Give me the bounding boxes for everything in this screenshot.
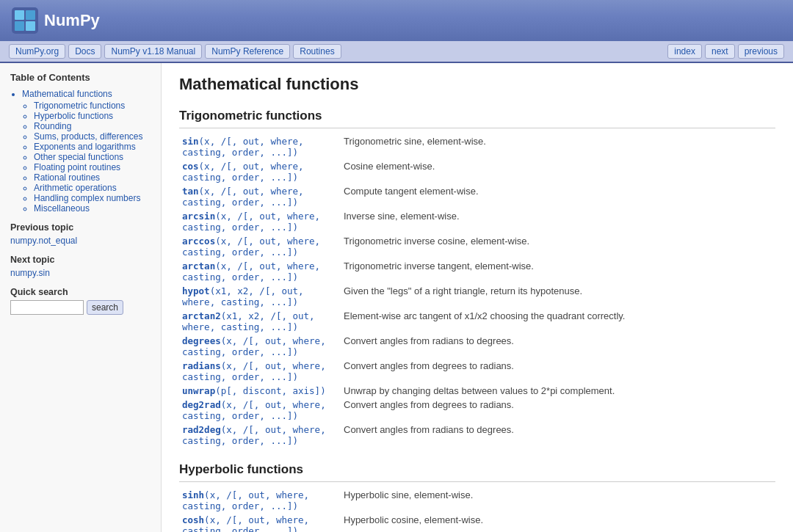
logo-text: NumPy	[44, 11, 100, 30]
func-cell: rad2deg(x, /[, out, where, casting, orde…	[179, 423, 341, 448]
func-link[interactable]: degrees(x, /[, out, where, casting, orde…	[182, 335, 326, 357]
func-link[interactable]: arctan(x, /[, out, where, casting, order…	[182, 260, 320, 283]
table-row: degrees(x, /[, out, where, casting, orde…	[179, 334, 775, 359]
table-row: sin(x, /[, out, where, casting, order, .…	[179, 134, 775, 159]
svg-rect-1	[15, 10, 24, 20]
func-desc: Convert angles from radians to degrees.	[341, 334, 775, 359]
func-link[interactable]: arctan2(x1, x2, /[, out, where, casting,…	[182, 310, 315, 332]
func-link[interactable]: arcsin(x, /[, out, where, casting, order…	[182, 211, 320, 233]
quick-search-label: Quick search	[10, 287, 151, 297]
toc-sub-item: Arithmetic operations	[34, 183, 151, 193]
func-cell: unwrap(p[, discont, axis])	[179, 384, 341, 398]
quick-search-row: search	[10, 300, 151, 315]
func-table-hyperbolic: sinh(x, /[, out, where, casting, order, …	[179, 488, 775, 532]
toc-sub-link-0[interactable]: Trigonometric functions	[34, 101, 125, 111]
page-title: Mathematical functions	[179, 75, 775, 94]
toc-sub-item: Rational routines	[34, 172, 151, 183]
toc-main-link[interactable]: Mathematical functions	[22, 89, 112, 99]
sections-container: Trigonometric functionssin(x, /[, out, w…	[179, 109, 775, 532]
svg-rect-2	[26, 10, 35, 20]
previous-btn[interactable]: previous	[738, 44, 784, 59]
func-link[interactable]: tan(x, /[, out, where, casting, order, .…	[182, 186, 304, 208]
toc-sub-link-4[interactable]: Exponents and logarithms	[34, 142, 136, 152]
table-row: cosh(x, /[, out, where, casting, order, …	[179, 513, 775, 532]
next-btn[interactable]: next	[705, 44, 735, 59]
func-link[interactable]: sin(x, /[, out, where, casting, order, .…	[182, 136, 304, 158]
next-topic-link[interactable]: numpy.sin	[10, 268, 151, 278]
toc-sub-item: Sums, products, differences	[34, 131, 151, 142]
toc-sub-link-9[interactable]: Handling complex numbers	[34, 193, 140, 203]
docs-btn[interactable]: Docs	[68, 44, 101, 59]
table-row: hypot(x1, x2, /[, out, where, casting, .…	[179, 284, 775, 309]
func-desc: Trigonometric sine, element-wise.	[341, 134, 775, 159]
table-row: deg2rad(x, /[, out, where, casting, orde…	[179, 398, 775, 423]
navbar-left: NumPy.org Docs NumPy v1.18 Manual NumPy …	[9, 44, 341, 59]
search-button[interactable]: search	[87, 300, 123, 315]
table-row: arcsin(x, /[, out, where, casting, order…	[179, 209, 775, 234]
func-desc: Convert angles from degrees to radians.	[341, 359, 775, 384]
func-link[interactable]: cos(x, /[, out, where, casting, order, .…	[182, 161, 304, 183]
func-desc: Inverse sine, element-wise.	[341, 209, 775, 234]
func-link[interactable]: unwrap(p[, discont, axis])	[182, 385, 326, 396]
table-row: arccos(x, /[, out, where, casting, order…	[179, 234, 775, 259]
svg-rect-4	[26, 21, 35, 31]
toc-sub-link-1[interactable]: Hyperbolic functions	[34, 111, 113, 121]
toc-title: Table of Contents	[10, 72, 151, 83]
func-desc: Hyperbolic sine, element-wise.	[341, 488, 775, 513]
toc-sub-link-7[interactable]: Rational routines	[34, 172, 100, 183]
func-cell: arctan2(x1, x2, /[, out, where, casting,…	[179, 309, 341, 334]
func-desc: Convert angles from degrees to radians.	[341, 398, 775, 423]
func-cell: deg2rad(x, /[, out, where, casting, orde…	[179, 398, 341, 423]
routines-btn[interactable]: Routines	[293, 44, 341, 59]
func-link[interactable]: arccos(x, /[, out, where, casting, order…	[182, 236, 320, 258]
toc-sub-link-6[interactable]: Floating point routines	[34, 162, 120, 172]
func-desc: Cosine element-wise.	[341, 159, 775, 184]
func-cell: arcsin(x, /[, out, where, casting, order…	[179, 209, 341, 234]
func-cell: tan(x, /[, out, where, casting, order, .…	[179, 184, 341, 209]
index-btn[interactable]: index	[667, 44, 702, 59]
toc-main-item: Mathematical functions Trigonometric fun…	[22, 89, 151, 214]
toc-sub-item: Trigonometric functions	[34, 101, 151, 111]
func-cell: arctan(x, /[, out, where, casting, order…	[179, 259, 341, 284]
logo-area: NumPy	[12, 7, 100, 34]
func-link[interactable]: hypot(x1, x2, /[, out, where, casting, .…	[182, 285, 304, 307]
func-link[interactable]: rad2deg(x, /[, out, where, casting, orde…	[182, 424, 326, 446]
toc-sub-item: Hyperbolic functions	[34, 111, 151, 121]
func-cell: arccos(x, /[, out, where, casting, order…	[179, 234, 341, 259]
layout: Table of Contents Mathematical functions…	[0, 63, 793, 532]
table-row: arctan(x, /[, out, where, casting, order…	[179, 259, 775, 284]
toc-sub-link-5[interactable]: Other special functions	[34, 152, 123, 162]
toc-sub-link-10[interactable]: Miscellaneous	[34, 203, 90, 214]
toc-sub-link-3[interactable]: Sums, products, differences	[34, 131, 143, 142]
numpy-org-btn[interactable]: NumPy.org	[9, 44, 65, 59]
next-topic-label: Next topic	[10, 255, 151, 265]
func-link[interactable]: radians(x, /[, out, where, casting, orde…	[182, 360, 326, 382]
func-desc: Compute tangent element-wise.	[341, 184, 775, 209]
func-desc: Element-wise arc tangent of x1/x2 choosi…	[341, 309, 775, 334]
func-desc: Hyperbolic cosine, element-wise.	[341, 513, 775, 532]
toc-sub-link-8[interactable]: Arithmetic operations	[34, 183, 117, 193]
toc-sub-link-2[interactable]: Rounding	[34, 121, 71, 131]
prev-topic-link[interactable]: numpy.not_equal	[10, 236, 151, 246]
toc-sub-item: Handling complex numbers	[34, 193, 151, 203]
func-desc: Convert angles from radians to degrees.	[341, 423, 775, 448]
manual-btn[interactable]: NumPy v1.18 Manual	[104, 44, 202, 59]
reference-btn[interactable]: NumPy Reference	[205, 44, 290, 59]
section-title-trig: Trigonometric functions	[179, 109, 775, 128]
func-link[interactable]: sinh(x, /[, out, where, casting, order, …	[182, 489, 309, 511]
func-link[interactable]: cosh(x, /[, out, where, casting, order, …	[182, 514, 309, 532]
func-cell: sinh(x, /[, out, where, casting, order, …	[179, 488, 341, 513]
func-cell: cosh(x, /[, out, where, casting, order, …	[179, 513, 341, 532]
search-input[interactable]	[10, 300, 84, 315]
numpy-logo-icon	[12, 7, 38, 34]
header: NumPy	[0, 0, 793, 41]
toc-sub-list: Trigonometric functions Hyperbolic funct…	[34, 101, 151, 214]
table-row: cos(x, /[, out, where, casting, order, .…	[179, 159, 775, 184]
func-cell: degrees(x, /[, out, where, casting, orde…	[179, 334, 341, 359]
func-cell: sin(x, /[, out, where, casting, order, .…	[179, 134, 341, 159]
func-link[interactable]: deg2rad(x, /[, out, where, casting, orde…	[182, 399, 326, 421]
func-cell: radians(x, /[, out, where, casting, orde…	[179, 359, 341, 384]
navbar-right: index next previous	[667, 44, 784, 59]
func-desc: Given the "legs" of a right triangle, re…	[341, 284, 775, 309]
prev-topic-section: Previous topic numpy.not_equal	[10, 222, 151, 246]
